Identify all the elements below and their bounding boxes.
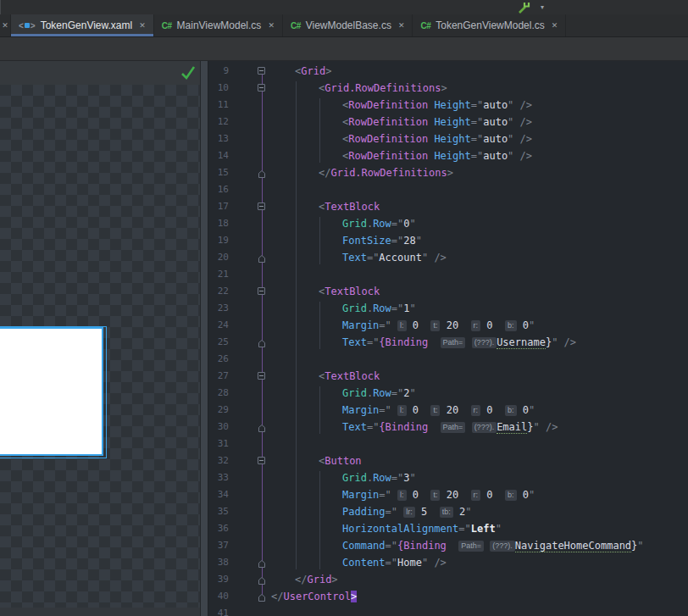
tab-close-icon[interactable]: ✕ [552,21,558,30]
code-text: <RowDefinition Height="auto" /> [271,114,532,130]
inline-hint-chip: Path= [441,337,466,348]
code-line-40[interactable]: 40</UserControl> [208,588,688,605]
code-text: Content="Home" /> [271,554,447,571]
code-line-18[interactable]: 18Grid.Row="0" [208,215,688,232]
code-text: <TextBlock [271,283,380,300]
fold-end-icon[interactable] [258,591,267,602]
code-line-37[interactable]: 37Command="{Binding Path= (???).Navigate… [208,537,688,554]
fold-end-icon[interactable] [258,422,267,432]
code-line-25[interactable]: 25Text="{Binding Path= (???).Username}" … [208,334,688,351]
inline-hint-chip: b: [505,320,517,331]
line-number: 28 [208,385,229,402]
code-text: <TextBlock [271,198,380,215]
code-line-27[interactable]: 27<TextBlock [208,368,688,385]
selected-usercontrol-preview[interactable] [0,327,103,456]
code-text: <RowDefinition Height="auto" /> [271,130,532,147]
xaml-code-editor[interactable]: 9<Grid>10<Grid.RowDefinitions>11<RowDefi… [208,61,688,616]
line-number: 16 [208,181,229,198]
code-text: </Grid> [271,571,338,588]
code-text: Text="{Binding Path= (???).Email}" /> [271,419,558,436]
line-number: 18 [208,215,229,232]
code-line-17[interactable]: 17<TextBlock [208,198,688,215]
line-number: 20 [208,249,229,266]
code-line-36[interactable]: 36HorizontalAlignment="Left" [208,520,688,537]
fold-collapse-icon[interactable] [258,202,267,212]
line-number: 21 [208,266,229,283]
code-line-15[interactable]: 15</Grid.RowDefinitions> [208,164,688,181]
code-line-14[interactable]: 14<RowDefinition Height="auto" /> [208,147,688,164]
code-line-10[interactable]: 10<Grid.RowDefinitions> [208,80,688,97]
inline-hint-chip: l: [397,405,407,416]
fold-end-icon[interactable] [258,168,267,178]
fold-collapse-icon[interactable] [258,456,267,466]
tab-MainViewModel.cs[interactable]: C#MainViewModel.cs✕ [154,14,283,36]
fold-end-icon[interactable] [258,574,267,585]
tab-TokenGenView.xaml[interactable]: <>TokenGenView.xaml✕ [11,14,154,36]
tab-close-icon[interactable]: ✕ [398,21,405,30]
fold-collapse-icon[interactable] [258,286,267,297]
code-line-38[interactable]: 38Content="Home" /> [208,554,688,571]
code-line-41[interactable]: 41 [208,605,688,616]
document-tab-bar: ✕ <>TokenGenView.xaml✕C#MainViewModel.cs… [0,14,688,37]
fold-end-icon[interactable] [258,253,267,263]
inline-hint-chip: t: [430,405,440,416]
inline-hint-chip: t: [430,490,440,501]
line-number: 25 [208,334,229,351]
line-number: 23 [208,300,229,317]
code-line-20[interactable]: 20Text="Account" /> [208,249,688,266]
line-number: 15 [208,164,229,181]
code-line-23[interactable]: 23Grid.Row="1" [208,300,688,317]
code-text: </Grid.RowDefinitions> [271,164,453,181]
designer-code-splitter[interactable] [200,61,208,616]
code-line-31[interactable]: 31 [208,436,688,452]
code-line-21[interactable]: 21 [208,266,688,283]
designer-hscrollbar[interactable] [0,608,200,616]
code-text: Grid.Row="0" [271,215,416,232]
line-number: 37 [208,537,229,554]
toolbar-dropdown-arrow-icon[interactable]: ▾ [541,0,552,14]
designer-header [0,61,200,85]
inline-hint-chip: b: [505,405,517,416]
code-line-35[interactable]: 35Padding=" lr: 5 tb: 2" [208,503,688,520]
code-line-24[interactable]: 24Margin=" l: 0 t: 20 r: 0 b: 0" [208,317,688,334]
fold-collapse-icon[interactable] [258,371,267,381]
code-text: FontSize="28" [271,232,422,249]
code-line-9[interactable]: 9<Grid> [208,63,688,80]
tab-TokenGenViewModel.cs[interactable]: C#TokenGenViewModel.cs✕ [413,14,566,36]
code-line-33[interactable]: 33Grid.Row="3" [208,469,688,486]
fold-collapse-icon[interactable] [258,66,267,76]
line-number: 40 [208,588,229,605]
designer-artboard[interactable] [0,85,200,616]
fold-end-icon[interactable] [258,558,267,568]
code-line-34[interactable]: 34Margin=" l: 0 t: 20 r: 0 b: 0" [208,486,688,503]
tab-label: TokenGenViewModel.cs [436,19,545,31]
tab-close-icon[interactable]: ✕ [268,21,275,30]
code-line-28[interactable]: 28Grid.Row="2" [208,385,688,402]
code-line-11[interactable]: 11<RowDefinition Height="auto" /> [208,97,688,114]
line-number: 22 [208,283,229,300]
inline-hint-chip: l: [397,320,407,331]
code-text: Grid.Row="2" [271,385,416,402]
code-line-19[interactable]: 19FontSize="28" [208,232,688,249]
code-line-32[interactable]: 32<Button [208,452,688,469]
tab-ViewModelBase.cs[interactable]: C#ViewModelBase.cs✕ [283,14,413,36]
code-text: <Button [271,452,362,469]
fold-collapse-icon[interactable] [258,83,267,93]
inline-hint-chip: Path= [441,422,466,433]
quick-actions-wrench-icon[interactable] [517,0,539,14]
code-line-30[interactable]: 30Text="{Binding Path= (???).Email}" /> [208,419,688,436]
line-number: 10 [208,80,229,97]
code-line-13[interactable]: 13<RowDefinition Height="auto" /> [208,130,688,147]
code-line-12[interactable]: 12<RowDefinition Height="auto" /> [208,114,688,130]
code-line-39[interactable]: 39</Grid> [208,571,688,588]
tab-close-icon[interactable]: ✕ [139,21,146,30]
code-line-26[interactable]: 26 [208,351,688,368]
code-line-16[interactable]: 16 [208,181,688,198]
inline-hint-chip: r: [471,320,481,331]
code-line-29[interactable]: 29Margin=" l: 0 t: 20 r: 0 b: 0" [208,402,688,419]
code-text: Margin=" l: 0 t: 20 r: 0 b: 0" [271,486,535,503]
line-number: 9 [208,63,229,80]
code-line-22[interactable]: 22<TextBlock [208,283,688,300]
partial-tab-close-icon[interactable]: ✕ [0,14,11,36]
fold-end-icon[interactable] [258,337,267,347]
